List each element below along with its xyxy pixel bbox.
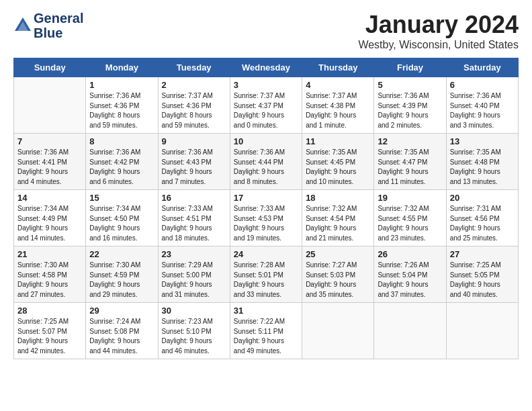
calendar-cell: 27Sunrise: 7:25 AM Sunset: 5:05 PM Dayli… bbox=[446, 246, 518, 303]
day-number: 2 bbox=[162, 80, 226, 90]
day-number: 31 bbox=[234, 306, 298, 316]
day-info: Sunrise: 7:36 AM Sunset: 4:39 PM Dayligh… bbox=[378, 91, 442, 130]
day-info: Sunrise: 7:36 AM Sunset: 4:36 PM Dayligh… bbox=[89, 91, 154, 130]
day-number: 7 bbox=[17, 136, 82, 146]
page: General Blue January 2024 Westby, Wiscon… bbox=[0, 0, 532, 366]
day-number: 30 bbox=[162, 306, 226, 316]
day-info: Sunrise: 7:36 AM Sunset: 4:40 PM Dayligh… bbox=[450, 91, 515, 130]
calendar-cell: 15Sunrise: 7:34 AM Sunset: 4:50 PM Dayli… bbox=[86, 190, 158, 246]
calendar-cell: 1Sunrise: 7:36 AM Sunset: 4:36 PM Daylig… bbox=[86, 77, 158, 134]
day-number: 6 bbox=[450, 80, 515, 90]
day-info: Sunrise: 7:27 AM Sunset: 5:03 PM Dayligh… bbox=[306, 261, 370, 300]
day-number: 9 bbox=[162, 136, 226, 146]
calendar-cell bbox=[446, 303, 518, 359]
day-number: 1 bbox=[89, 80, 154, 90]
day-info: Sunrise: 7:25 AM Sunset: 5:05 PM Dayligh… bbox=[450, 261, 515, 300]
weekday-header-friday: Friday bbox=[374, 58, 446, 77]
calendar-table: SundayMondayTuesdayWednesdayThursdayFrid… bbox=[13, 58, 519, 359]
weekday-header-saturday: Saturday bbox=[446, 58, 518, 77]
calendar-cell: 5Sunrise: 7:36 AM Sunset: 4:39 PM Daylig… bbox=[374, 77, 446, 134]
day-info: Sunrise: 7:36 AM Sunset: 4:42 PM Dayligh… bbox=[89, 148, 154, 187]
day-number: 11 bbox=[306, 136, 370, 146]
calendar-cell: 20Sunrise: 7:31 AM Sunset: 4:56 PM Dayli… bbox=[446, 190, 518, 246]
day-number: 15 bbox=[89, 193, 154, 203]
calendar-cell: 4Sunrise: 7:37 AM Sunset: 4:38 PM Daylig… bbox=[302, 77, 374, 134]
day-info: Sunrise: 7:31 AM Sunset: 4:56 PM Dayligh… bbox=[450, 204, 515, 243]
calendar-week-3: 14Sunrise: 7:34 AM Sunset: 4:49 PM Dayli… bbox=[14, 190, 519, 246]
day-number: 14 bbox=[17, 193, 82, 203]
calendar-cell: 3Sunrise: 7:37 AM Sunset: 4:37 PM Daylig… bbox=[230, 77, 302, 134]
calendar-week-5: 28Sunrise: 7:25 AM Sunset: 5:07 PM Dayli… bbox=[14, 303, 519, 359]
calendar-cell: 16Sunrise: 7:33 AM Sunset: 4:51 PM Dayli… bbox=[158, 190, 230, 246]
day-info: Sunrise: 7:36 AM Sunset: 4:41 PM Dayligh… bbox=[17, 148, 82, 187]
calendar-week-4: 21Sunrise: 7:30 AM Sunset: 4:58 PM Dayli… bbox=[14, 246, 519, 303]
day-info: Sunrise: 7:34 AM Sunset: 4:50 PM Dayligh… bbox=[89, 204, 154, 243]
calendar-cell: 31Sunrise: 7:22 AM Sunset: 5:11 PM Dayli… bbox=[230, 303, 302, 359]
calendar-cell: 19Sunrise: 7:32 AM Sunset: 4:55 PM Dayli… bbox=[374, 190, 446, 246]
day-info: Sunrise: 7:33 AM Sunset: 4:51 PM Dayligh… bbox=[162, 204, 226, 243]
calendar-cell: 12Sunrise: 7:35 AM Sunset: 4:47 PM Dayli… bbox=[374, 134, 446, 190]
calendar-cell: 13Sunrise: 7:35 AM Sunset: 4:48 PM Dayli… bbox=[446, 134, 518, 190]
day-info: Sunrise: 7:30 AM Sunset: 4:58 PM Dayligh… bbox=[17, 261, 82, 300]
weekday-header-monday: Monday bbox=[86, 58, 158, 77]
day-number: 23 bbox=[162, 249, 226, 259]
day-info: Sunrise: 7:32 AM Sunset: 4:55 PM Dayligh… bbox=[378, 204, 442, 243]
calendar-cell: 8Sunrise: 7:36 AM Sunset: 4:42 PM Daylig… bbox=[86, 134, 158, 190]
calendar-cell: 2Sunrise: 7:37 AM Sunset: 4:36 PM Daylig… bbox=[158, 77, 230, 134]
logo: General Blue bbox=[13, 11, 83, 40]
day-info: Sunrise: 7:32 AM Sunset: 4:54 PM Dayligh… bbox=[306, 204, 370, 243]
calendar-cell: 17Sunrise: 7:33 AM Sunset: 4:53 PM Dayli… bbox=[230, 190, 302, 246]
day-info: Sunrise: 7:22 AM Sunset: 5:11 PM Dayligh… bbox=[234, 317, 298, 356]
calendar-cell: 11Sunrise: 7:35 AM Sunset: 4:45 PM Dayli… bbox=[302, 134, 374, 190]
calendar-cell: 28Sunrise: 7:25 AM Sunset: 5:07 PM Dayli… bbox=[14, 303, 86, 359]
day-number: 22 bbox=[89, 249, 154, 259]
day-number: 18 bbox=[306, 193, 370, 203]
weekday-header-wednesday: Wednesday bbox=[230, 58, 302, 77]
calendar-cell: 14Sunrise: 7:34 AM Sunset: 4:49 PM Dayli… bbox=[14, 190, 86, 246]
location: Westby, Wisconsin, United States bbox=[358, 39, 519, 51]
day-number: 12 bbox=[378, 136, 442, 146]
calendar-cell bbox=[374, 303, 446, 359]
day-info: Sunrise: 7:26 AM Sunset: 5:04 PM Dayligh… bbox=[378, 261, 442, 300]
day-info: Sunrise: 7:34 AM Sunset: 4:49 PM Dayligh… bbox=[17, 204, 82, 243]
title-area: January 2024 Westby, Wisconsin, United S… bbox=[358, 11, 519, 51]
calendar-cell: 26Sunrise: 7:26 AM Sunset: 5:04 PM Dayli… bbox=[374, 246, 446, 303]
day-info: Sunrise: 7:36 AM Sunset: 4:44 PM Dayligh… bbox=[234, 148, 298, 187]
day-info: Sunrise: 7:37 AM Sunset: 4:37 PM Dayligh… bbox=[234, 91, 298, 130]
calendar-cell bbox=[302, 303, 374, 359]
calendar-week-1: 1Sunrise: 7:36 AM Sunset: 4:36 PM Daylig… bbox=[14, 77, 519, 134]
logo-icon bbox=[13, 16, 32, 35]
day-number: 13 bbox=[450, 136, 515, 146]
weekday-header-thursday: Thursday bbox=[302, 58, 374, 77]
header: General Blue January 2024 Westby, Wiscon… bbox=[13, 11, 519, 51]
day-number: 28 bbox=[17, 306, 82, 316]
calendar-cell: 6Sunrise: 7:36 AM Sunset: 4:40 PM Daylig… bbox=[446, 77, 518, 134]
calendar-cell: 21Sunrise: 7:30 AM Sunset: 4:58 PM Dayli… bbox=[14, 246, 86, 303]
calendar-cell: 30Sunrise: 7:23 AM Sunset: 5:10 PM Dayli… bbox=[158, 303, 230, 359]
day-number: 21 bbox=[17, 249, 82, 259]
calendar-cell: 10Sunrise: 7:36 AM Sunset: 4:44 PM Dayli… bbox=[230, 134, 302, 190]
day-number: 29 bbox=[89, 306, 154, 316]
day-info: Sunrise: 7:37 AM Sunset: 4:36 PM Dayligh… bbox=[162, 91, 226, 130]
day-info: Sunrise: 7:35 AM Sunset: 4:47 PM Dayligh… bbox=[378, 148, 442, 187]
day-info: Sunrise: 7:35 AM Sunset: 4:45 PM Dayligh… bbox=[306, 148, 370, 187]
day-number: 8 bbox=[89, 136, 154, 146]
day-number: 3 bbox=[234, 80, 298, 90]
day-info: Sunrise: 7:37 AM Sunset: 4:38 PM Dayligh… bbox=[306, 91, 370, 130]
day-number: 19 bbox=[378, 193, 442, 203]
day-number: 4 bbox=[306, 80, 370, 90]
day-number: 16 bbox=[162, 193, 226, 203]
logo-text: General Blue bbox=[34, 11, 83, 40]
day-number: 24 bbox=[234, 249, 298, 259]
day-info: Sunrise: 7:30 AM Sunset: 4:59 PM Dayligh… bbox=[89, 261, 154, 300]
day-info: Sunrise: 7:29 AM Sunset: 5:00 PM Dayligh… bbox=[162, 261, 226, 300]
calendar-week-2: 7Sunrise: 7:36 AM Sunset: 4:41 PM Daylig… bbox=[14, 134, 519, 190]
day-number: 10 bbox=[234, 136, 298, 146]
day-number: 27 bbox=[450, 249, 515, 259]
day-info: Sunrise: 7:33 AM Sunset: 4:53 PM Dayligh… bbox=[234, 204, 298, 243]
calendar-cell: 9Sunrise: 7:36 AM Sunset: 4:43 PM Daylig… bbox=[158, 134, 230, 190]
calendar-cell: 22Sunrise: 7:30 AM Sunset: 4:59 PM Dayli… bbox=[86, 246, 158, 303]
calendar-cell: 25Sunrise: 7:27 AM Sunset: 5:03 PM Dayli… bbox=[302, 246, 374, 303]
day-number: 20 bbox=[450, 193, 515, 203]
calendar-cell: 23Sunrise: 7:29 AM Sunset: 5:00 PM Dayli… bbox=[158, 246, 230, 303]
